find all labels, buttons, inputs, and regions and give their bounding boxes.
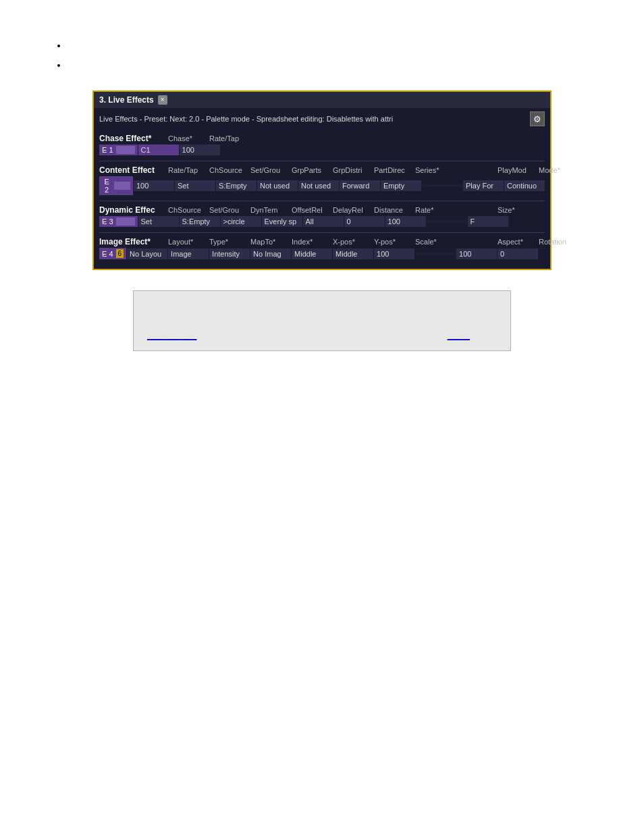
image-val-8 [415, 253, 456, 255]
dynamic-val-5[interactable]: All [303, 216, 344, 227]
content-col-4: GrpParts [290, 166, 331, 174]
image-col-6: Y-pos* [373, 238, 413, 246]
dynamic-id-cell[interactable]: E 3 [99, 216, 138, 227]
chase-effect-header-row: Chase Effect* Chase* Rate/Tap [99, 134, 545, 143]
dynamic-val-4[interactable]: Evenly sp [262, 216, 302, 227]
content-col-5: GrpDistri [331, 166, 372, 174]
content-val-1[interactable]: 100 [134, 180, 174, 191]
content-id-cell[interactable]: E 2 [99, 176, 133, 195]
dynamic-col-6: Distance [373, 206, 413, 214]
bullet-item-2 [68, 60, 617, 70]
chase-effect-label: Chase Effect* [99, 134, 167, 143]
info-box-link-right[interactable]: _____ [448, 331, 470, 340]
image-val-1[interactable]: No Layou [127, 249, 167, 259]
image-effect-section: Image Effect* Layout* Type* MapTo* Index… [99, 237, 545, 259]
image-effect-label: Image Effect* [99, 237, 167, 246]
divider-2 [99, 201, 545, 201]
dynamic-effect-label: Dynamic Effec [99, 205, 167, 215]
content-val-3[interactable]: S:Empty [216, 180, 257, 191]
image-val-10[interactable]: 0 [498, 249, 538, 259]
content-id-text: E 2 [102, 178, 111, 194]
dynamic-val-2[interactable]: S:Empty [180, 216, 220, 227]
dynamic-val-9[interactable]: F [468, 216, 508, 227]
dynamic-val-3[interactable]: >circle [221, 216, 261, 227]
bullets-list [68, 41, 617, 70]
divider-1 [99, 161, 545, 161]
content-val-10[interactable]: Continuo [504, 180, 545, 191]
content-col-7: Series* [414, 166, 454, 174]
content-val-8 [422, 184, 462, 187]
content-col-2: ChSource [208, 166, 248, 174]
chase-col-2: Rate/Tap [208, 134, 248, 142]
image-val-3[interactable]: Intensity [209, 249, 250, 259]
content-val-6[interactable]: Forward [340, 180, 380, 191]
dynamic-col-5: DelayRel [331, 206, 372, 214]
dynamic-val-8 [427, 220, 467, 223]
effects-container: Chase Effect* Chase* Rate/Tap E 1 C1 100 [94, 130, 550, 269]
dynamic-col-9: Size* [496, 206, 537, 214]
image-col-10: Rotation [537, 238, 578, 246]
divider-3 [99, 232, 545, 233]
page-container: 3. Live Effects × Live Effects - Preset:… [0, 0, 644, 834]
chase-data-row: E 1 C1 100 [99, 145, 545, 155]
image-id-badge: 6 [116, 249, 124, 258]
image-col-4: Index* [290, 238, 331, 246]
dynamic-col-8 [455, 206, 495, 214]
content-val-4[interactable]: Not used [257, 180, 298, 191]
content-col-9: PlayMod [496, 166, 537, 174]
chase-col-headers: Chase* Rate/Tap [167, 134, 545, 142]
panel-status-bar: Live Effects - Preset: Next: 2.0 - Palet… [94, 108, 550, 130]
content-val-2[interactable]: Set [175, 180, 215, 191]
image-col-5: X-pos* [331, 238, 372, 246]
image-col-1: Layout* [167, 238, 207, 246]
chase-col-1: Chase* [167, 134, 207, 142]
image-id-text: E 4 [102, 250, 113, 258]
content-col-headers: Rate/Tap ChSource Set/Grou GrpParts GrpD… [167, 166, 578, 174]
dynamic-val-7[interactable]: 100 [385, 216, 426, 227]
image-col-9: Aspect* [496, 238, 537, 246]
gear-icon-button[interactable]: ⚙ [530, 111, 545, 126]
panel-status-text: Live Effects - Preset: Next: 2.0 - Palet… [99, 115, 393, 123]
dynamic-effect-section: Dynamic Effec ChSource Set/Grou DynTem O… [99, 205, 545, 227]
panel-title-bar: 3. Live Effects × [94, 92, 550, 108]
content-col-6: PartDirec [373, 166, 413, 174]
image-col-headers: Layout* Type* MapTo* Index* X-pos* Y-pos… [167, 238, 578, 246]
content-val-7[interactable]: Empty [381, 180, 421, 191]
image-id-cell[interactable]: E 4 6 [99, 248, 126, 259]
content-effect-header-row: Content Effect Rate/Tap ChSource Set/Gro… [99, 165, 545, 175]
image-val-6[interactable]: Middle [333, 249, 373, 259]
content-val-9[interactable]: Play For [463, 180, 504, 191]
dynamic-effect-header-row: Dynamic Effec ChSource Set/Grou DynTem O… [99, 205, 545, 215]
image-effect-header-row: Image Effect* Layout* Type* MapTo* Index… [99, 237, 545, 246]
chase-val-1[interactable]: C1 [138, 145, 179, 155]
image-data-row: E 4 6 No Layou Image Intensity No Imag M… [99, 248, 545, 259]
content-col-8 [455, 166, 495, 174]
image-val-7[interactable]: 100 [374, 249, 414, 259]
image-col-3: MapTo* [249, 238, 290, 246]
info-box-link-left[interactable]: ___________ [147, 331, 196, 340]
dynamic-col-4: OffsetRel [290, 206, 331, 214]
content-col-3: Set/Grou [249, 166, 290, 174]
panel-title: 3. Live Effects [99, 95, 154, 105]
chase-id-cell[interactable]: E 1 [99, 145, 138, 155]
image-val-4[interactable]: No Imag [250, 249, 291, 259]
image-col-7: Scale* [414, 238, 454, 246]
content-data-row: E 2 100 Set S:Empty Not used Not used Fo… [99, 176, 545, 195]
content-col-10: Mode* [537, 166, 578, 174]
content-val-5[interactable]: Not used [298, 180, 339, 191]
dynamic-id-text: E 3 [102, 217, 113, 226]
panel-close-button[interactable]: × [158, 95, 167, 105]
image-val-2[interactable]: Image [168, 249, 209, 259]
chase-id-text: E 1 [102, 146, 113, 154]
content-effect-section: Content Effect Rate/Tap ChSource Set/Gro… [99, 165, 545, 195]
info-box: ___________ _____ [133, 290, 511, 351]
dynamic-col-7: Rate* [414, 206, 454, 214]
image-val-9[interactable]: 100 [456, 249, 497, 259]
live-effects-panel: 3. Live Effects × Live Effects - Preset:… [92, 90, 552, 270]
image-val-5[interactable]: Middle [292, 249, 332, 259]
dynamic-col-1: ChSource [167, 206, 207, 214]
content-col-1: Rate/Tap [167, 166, 207, 174]
dynamic-val-1[interactable]: Set [138, 216, 179, 227]
dynamic-val-6[interactable]: 0 [344, 216, 385, 227]
chase-val-2[interactable]: 100 [180, 145, 220, 155]
